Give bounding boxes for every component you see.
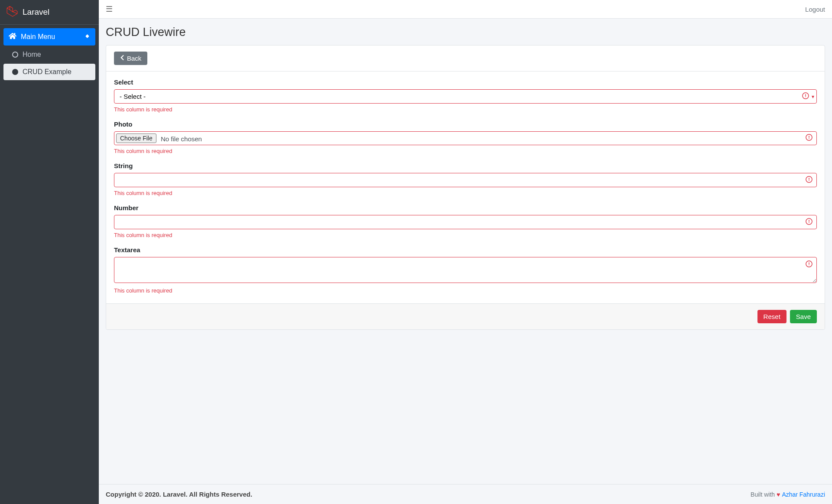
heart-icon: ♥ — [777, 491, 780, 498]
circle-filled-icon — [12, 69, 18, 75]
sidebar-item-home[interactable]: Home — [3, 46, 95, 63]
photo-label: Photo — [114, 120, 817, 128]
textarea-error: This column is required — [114, 287, 817, 294]
sidebar-group-label: Main Menu — [21, 33, 55, 41]
sidebar-item-label: Home — [23, 51, 41, 59]
topbar: ☰ Logout — [99, 0, 832, 19]
hamburger-icon[interactable]: ☰ — [106, 4, 113, 14]
back-button[interactable]: Back — [114, 52, 147, 65]
sidebar-nav: Main Menu Home CRUD Example — [0, 25, 99, 84]
number-input[interactable] — [114, 215, 817, 229]
card-header: Back — [106, 46, 825, 72]
page-title: CRUD Livewire — [106, 26, 825, 39]
back-button-label: Back — [127, 55, 141, 62]
form-card: Back Select - Select - — [106, 45, 825, 330]
brand-text: Laravel — [23, 7, 49, 17]
select-error: This column is required — [114, 106, 817, 113]
string-input[interactable] — [114, 173, 817, 187]
choose-file-button[interactable]: Choose File — [116, 133, 156, 143]
brand[interactable]: Laravel — [0, 0, 99, 25]
number-label: Number — [114, 204, 817, 211]
sidebar-item-crud-example[interactable]: CRUD Example — [3, 64, 95, 80]
photo-input[interactable]: Choose File No file chosen — [114, 131, 817, 145]
logout-link[interactable]: Logout — [805, 6, 825, 13]
footer-copyright: Copyright © 2020. Laravel. All Rights Re… — [106, 491, 252, 498]
chevron-down-icon — [85, 33, 90, 41]
sidebar: Laravel Main Menu Home CRUD Example — [0, 0, 99, 504]
save-button[interactable]: Save — [790, 310, 817, 323]
laravel-logo-icon — [6, 5, 18, 19]
card-footer: Reset Save — [106, 303, 825, 329]
textarea-input[interactable] — [114, 257, 817, 283]
reset-button[interactable]: Reset — [757, 310, 786, 323]
textarea-label: Textarea — [114, 246, 817, 254]
number-error: This column is required — [114, 232, 817, 238]
file-status-text: No file chosen — [161, 135, 202, 143]
home-icon — [9, 33, 16, 41]
page-footer: Copyright © 2020. Laravel. All Rights Re… — [99, 484, 832, 504]
photo-error: This column is required — [114, 148, 817, 154]
select-input[interactable]: - Select - — [114, 89, 817, 104]
sidebar-item-label: CRUD Example — [23, 68, 72, 76]
string-error: This column is required — [114, 190, 817, 196]
circle-outline-icon — [12, 52, 18, 58]
sidebar-group-main-menu[interactable]: Main Menu — [3, 28, 95, 46]
chevron-left-icon — [120, 55, 124, 62]
footer-credits: Built with ♥ Azhar Fahrurazi — [751, 491, 825, 498]
footer-author-link[interactable]: Azhar Fahrurazi — [782, 491, 825, 498]
select-label: Select — [114, 78, 817, 86]
string-label: String — [114, 162, 817, 169]
